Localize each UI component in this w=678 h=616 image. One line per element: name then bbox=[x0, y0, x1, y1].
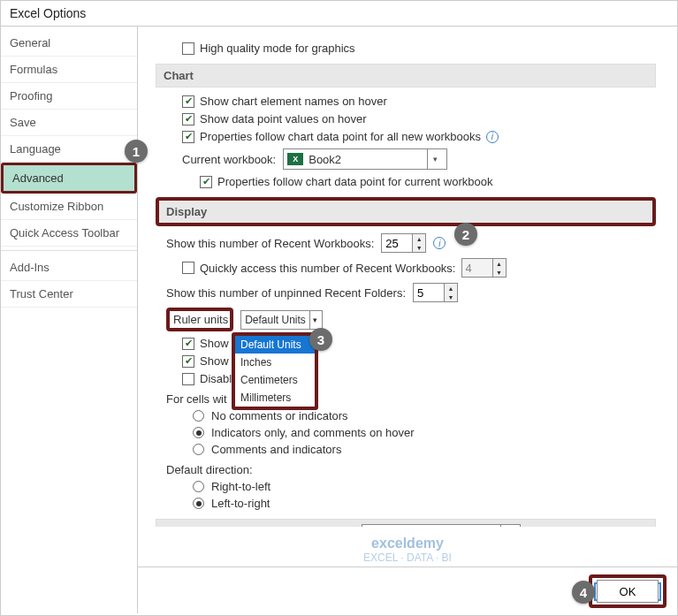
sidebar-item-formulas[interactable]: Formulas bbox=[1, 57, 137, 83]
label-indicators-only: Indicators only, and comments on hover bbox=[211, 426, 415, 439]
label-ruler-units: Ruler units bbox=[173, 313, 228, 326]
row-high-quality-graphics: High quality mode for graphics bbox=[182, 42, 656, 55]
annotation-2: 2 bbox=[454, 223, 477, 246]
label-ltr: Left-to-right bbox=[211, 497, 270, 510]
row-quick-access-recent: Quickly access this number of Recent Wor… bbox=[182, 258, 656, 278]
sidebar-item-save[interactable]: Save bbox=[1, 110, 137, 136]
spin-up-icon: ▲ bbox=[493, 259, 506, 268]
spin-up-icon[interactable]: ▲ bbox=[413, 234, 425, 243]
radio-comments-indicators[interactable] bbox=[193, 444, 204, 455]
input-recent-workbooks[interactable] bbox=[382, 234, 412, 252]
annotation-4: 4 bbox=[572, 581, 595, 604]
sidebar-item-proofing[interactable]: Proofing bbox=[1, 83, 137, 110]
sidebar-item-general[interactable]: General bbox=[1, 30, 137, 57]
dropdown-item-default-units[interactable]: Default Units bbox=[235, 336, 315, 354]
input-recent-folders[interactable] bbox=[414, 284, 444, 301]
row-opt-no-comments: No comments or indicators bbox=[193, 409, 656, 422]
info-icon[interactable]: i bbox=[486, 131, 499, 143]
label-recent-folders: Show this number of unpinned Recent Fold… bbox=[166, 286, 406, 300]
combo-ruler-units-value: Default Units bbox=[245, 314, 306, 326]
dropdown-item-centimeters[interactable]: Centimeters bbox=[235, 371, 315, 389]
row-recent-folders: Show this number of unpinned Recent Fold… bbox=[166, 283, 656, 302]
category-sidebar: General Formulas Proofing Save Language … bbox=[1, 27, 138, 613]
sidebar-item-language[interactable]: Language bbox=[1, 136, 137, 163]
label-show-data-point-values: Show data point values on hover bbox=[200, 112, 367, 125]
sidebar-item-customize-ribbon[interactable]: Customize Ribbon bbox=[1, 194, 137, 220]
info-icon[interactable]: i bbox=[433, 237, 446, 249]
checkbox-properties-current-workbook[interactable] bbox=[200, 176, 212, 188]
window-title: Excel Options bbox=[1, 1, 677, 26]
row-opt-ltr: Left-to-right bbox=[193, 497, 656, 510]
radio-indicators-only[interactable] bbox=[193, 427, 204, 438]
excel-workbook-icon bbox=[287, 153, 303, 165]
chevron-down-icon: ▾ bbox=[427, 149, 443, 169]
sidebar-separator bbox=[1, 250, 137, 251]
checkbox-properties-all-workbooks[interactable] bbox=[182, 131, 194, 143]
row-show-data-point-values: Show data point values on hover bbox=[182, 112, 656, 125]
ok-button[interactable]: OK bbox=[597, 580, 659, 603]
combo-ruler-units[interactable]: Default Units ▾ bbox=[240, 310, 323, 330]
scroll-area: High quality mode for graphics Chart Sho… bbox=[138, 27, 677, 527]
dropdown-item-millimeters[interactable]: Millimeters bbox=[235, 389, 315, 407]
combo-display-workbook[interactable]: Book2 ▾ bbox=[362, 524, 521, 527]
row-show-chart-element-names: Show chart element names on hover bbox=[182, 95, 656, 108]
chevron-down-icon: ▾ bbox=[500, 525, 516, 527]
checkbox-show-function-tips[interactable] bbox=[182, 355, 194, 368]
watermark-title: exceldemy bbox=[363, 536, 452, 551]
label-comments-indicators: Comments and indicators bbox=[211, 443, 341, 456]
row-current-workbook: Current workbook: Book2 ▾ bbox=[182, 148, 656, 170]
checkbox-show-formula-bar[interactable] bbox=[182, 338, 194, 350]
row-properties-current-workbook: Properties follow chart data point for c… bbox=[200, 175, 656, 188]
row-opt-comments-indicators: Comments and indicators bbox=[193, 443, 656, 456]
sidebar-item-quick-access-toolbar[interactable]: Quick Access Toolbar bbox=[1, 220, 137, 247]
row-opt-indicators-only: Indicators only, and comments on hover bbox=[193, 426, 656, 439]
label-quick-access-recent: Quickly access this number of Recent Wor… bbox=[200, 262, 456, 275]
label-show-chart-element-names: Show chart element names on hover bbox=[200, 95, 387, 108]
sidebar-item-trust-center[interactable]: Trust Center bbox=[1, 281, 137, 308]
spin-up-icon[interactable]: ▲ bbox=[445, 284, 457, 293]
spin-down-icon: ▼ bbox=[493, 268, 506, 277]
checkbox-high-quality-graphics[interactable] bbox=[182, 42, 194, 55]
ok-focus-ring: OK bbox=[594, 582, 661, 601]
dialog-body: General Formulas Proofing Save Language … bbox=[1, 26, 677, 613]
label-rtl: Right-to-left bbox=[211, 480, 270, 493]
section-display: Display bbox=[156, 197, 656, 226]
excel-options-dialog: Excel Options General Formulas Proofing … bbox=[0, 0, 678, 616]
label-default-direction: Default direction: bbox=[166, 463, 656, 476]
row-recent-workbooks: Show this number of Recent Workbooks: ▲▼… bbox=[166, 233, 656, 253]
spinbox-quick-access-recent: ▲▼ bbox=[461, 258, 507, 278]
dropdown-item-inches[interactable]: Inches bbox=[235, 354, 315, 371]
annotation-1: 1 bbox=[125, 140, 148, 163]
spin-down-icon[interactable]: ▼ bbox=[445, 293, 457, 301]
sidebar-item-addins[interactable]: Add-Ins bbox=[1, 255, 137, 281]
ruler-units-highlight: Ruler units bbox=[166, 308, 233, 331]
label-properties-all-workbooks: Properties follow chart data point for a… bbox=[200, 130, 481, 143]
spinbox-recent-folders[interactable]: ▲▼ bbox=[413, 283, 458, 302]
row-ruler-units: Ruler units Default Units ▾ Default Unit… bbox=[166, 308, 656, 331]
checkbox-show-data-point-values[interactable] bbox=[182, 113, 194, 125]
spinbox-recent-workbooks[interactable]: ▲▼ bbox=[381, 233, 426, 253]
row-opt-rtl: Right-to-left bbox=[193, 480, 656, 493]
dropdown-ruler-units: Default Units Inches Centimeters Millime… bbox=[232, 332, 318, 410]
label-no-comments: No comments or indicators bbox=[211, 409, 348, 422]
sidebar-item-advanced[interactable]: Advanced bbox=[1, 163, 137, 194]
checkbox-show-chart-element-names[interactable] bbox=[182, 95, 194, 108]
spin-down-icon[interactable]: ▼ bbox=[413, 243, 425, 252]
radio-no-comments[interactable] bbox=[193, 410, 204, 422]
watermark-sub: EXCEL · DATA · BI bbox=[363, 551, 452, 564]
section-chart: Chart bbox=[156, 64, 656, 87]
radio-rtl[interactable] bbox=[193, 481, 204, 492]
checkbox-disable-hw-accel[interactable] bbox=[182, 373, 194, 385]
checkbox-quick-access-recent[interactable] bbox=[182, 262, 194, 274]
radio-ltr[interactable] bbox=[193, 498, 204, 509]
chevron-down-icon: ▾ bbox=[309, 311, 320, 329]
label-current-workbook: Current workbook: bbox=[182, 153, 276, 166]
label-properties-current-workbook: Properties follow chart data point for c… bbox=[217, 175, 492, 188]
row-properties-all-workbooks: Properties follow chart data point for a… bbox=[182, 130, 656, 143]
ok-highlight: OK bbox=[589, 574, 667, 608]
watermark: exceldemy EXCEL · DATA · BI bbox=[363, 536, 452, 564]
combo-current-workbook-value: Book2 bbox=[309, 153, 341, 166]
content-pane: High quality mode for graphics Chart Sho… bbox=[138, 27, 677, 613]
annotation-3: 3 bbox=[309, 328, 332, 351]
combo-current-workbook[interactable]: Book2 ▾ bbox=[283, 148, 447, 170]
